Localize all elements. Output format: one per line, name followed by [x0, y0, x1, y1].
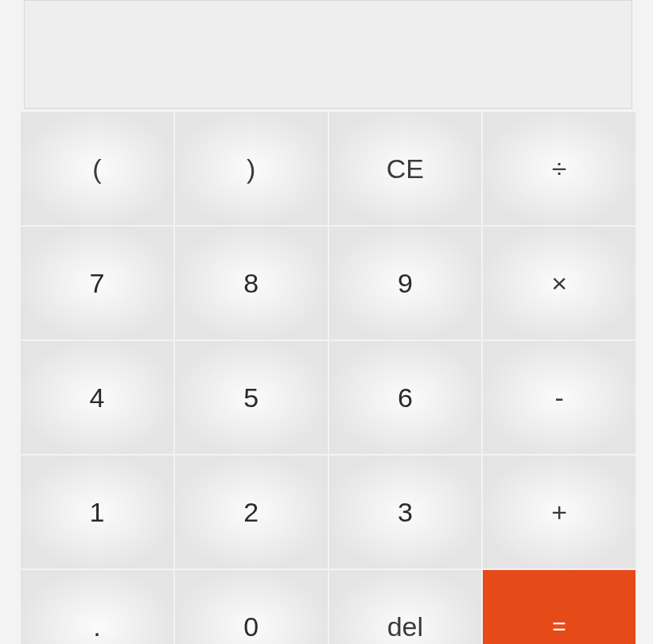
paren-close-button[interactable]: )	[175, 112, 328, 225]
six-button[interactable]: 6	[329, 341, 482, 454]
plus-button[interactable]: +	[483, 456, 636, 568]
minus-button[interactable]: -	[483, 341, 636, 454]
three-button[interactable]: 3	[329, 456, 482, 568]
equals-button[interactable]: =	[483, 570, 636, 644]
eight-button[interactable]: 8	[175, 227, 328, 339]
five-button[interactable]: 5	[175, 341, 328, 454]
nine-button[interactable]: 9	[329, 227, 482, 339]
two-button[interactable]: 2	[175, 456, 328, 568]
delete-button[interactable]: del	[329, 570, 482, 644]
one-button[interactable]: 1	[21, 456, 173, 568]
decimal-button[interactable]: .	[21, 570, 173, 644]
zero-button[interactable]: 0	[175, 570, 328, 644]
seven-button[interactable]: 7	[21, 227, 173, 339]
multiply-button[interactable]: ×	[483, 227, 636, 339]
display	[24, 0, 632, 109]
calculator: ( ) CE ÷ 7 8 9 × 4 5 6 - 1 2 3 + . 0 del…	[20, 0, 636, 644]
four-button[interactable]: 4	[21, 341, 173, 454]
clear-entry-button[interactable]: CE	[329, 112, 482, 225]
divide-button[interactable]: ÷	[483, 112, 636, 225]
paren-open-button[interactable]: (	[21, 112, 173, 225]
keypad: ( ) CE ÷ 7 8 9 × 4 5 6 - 1 2 3 + . 0 del…	[20, 112, 636, 644]
